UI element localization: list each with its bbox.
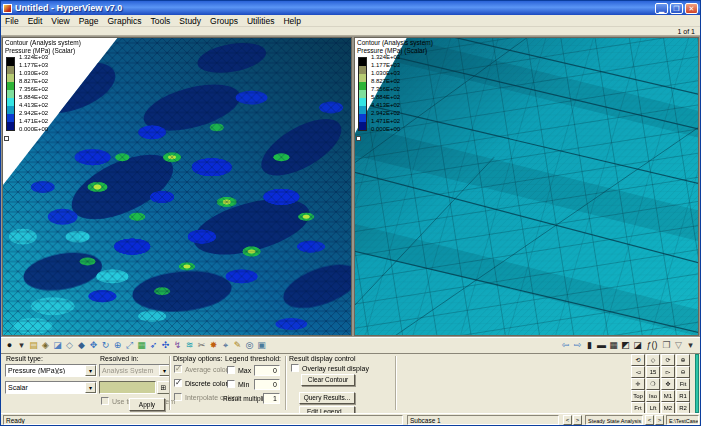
right-view-handle[interactable] [356, 136, 361, 141]
menu-utilities[interactable]: Utilities [247, 16, 274, 26]
vector-plot-icon[interactable]: ➶ [148, 339, 159, 352]
max-input[interactable]: 0 [254, 365, 280, 376]
chevron-down-icon[interactable]: ▾ [85, 365, 96, 376]
menu-study[interactable]: Study [179, 16, 201, 26]
zoom-out-button[interactable]: ⊖ [676, 366, 690, 378]
restore-button[interactable]: ❐ [670, 3, 683, 14]
pan-icon[interactable]: ✥ [88, 339, 99, 352]
next-page-icon[interactable]: ⇨ [572, 339, 583, 352]
capture-standard-icon[interactable]: ◈ [40, 339, 51, 352]
apply-button[interactable]: Apply [129, 398, 165, 411]
mask-icon[interactable]: ▽ [673, 339, 684, 352]
left-model-viewport[interactable]: Contour (Analysis system) Pressure (MPa)… [2, 37, 352, 336]
checkbox-box[interactable] [174, 365, 182, 373]
entity-collector-field[interactable] [99, 381, 156, 394]
overlay-result-checkbox[interactable]: Overlay result display [291, 364, 369, 372]
panel-scroll-strip[interactable] [695, 354, 699, 413]
report-template-icon[interactable]: ❐ [661, 339, 672, 352]
chevron-down-icon[interactable]: ▾ [85, 382, 96, 393]
resolved-in-dropdown[interactable]: Analysis System ▾ [99, 364, 171, 377]
checkbox-box[interactable] [101, 397, 109, 405]
contour-icon[interactable]: ▦ [136, 339, 147, 352]
view-r1-button[interactable]: R1 [676, 390, 690, 402]
shaded-view-icon[interactable]: ◪ [52, 339, 63, 352]
wireframe-view-icon[interactable]: ◇ [64, 339, 75, 352]
minimize-button[interactable]: ▁ [655, 3, 668, 14]
max-checkbox[interactable]: Max [227, 366, 251, 374]
expression-builder-icon[interactable]: ƒ() [644, 339, 660, 352]
zoom-in-button[interactable]: ⊕ [676, 354, 690, 366]
query-results-button[interactable]: Query Results... [299, 392, 355, 404]
menu-file[interactable]: File [5, 16, 19, 26]
view-iso-button[interactable]: Iso [646, 390, 660, 402]
zoom-icon[interactable]: ⊕ [112, 339, 123, 352]
left-view-handle[interactable] [4, 136, 9, 141]
menu-edit[interactable]: Edit [28, 16, 43, 26]
right-model-viewport[interactable]: Contour (Analysis system) Pressure (MPa)… [354, 37, 699, 336]
checkbox-box[interactable] [227, 380, 235, 388]
animation-controls-icon[interactable]: ▦ [608, 339, 619, 352]
result-multiplier-input[interactable]: 1 [263, 393, 280, 404]
tensor-plot-icon[interactable]: ✣ [160, 339, 171, 352]
rotate-right-button[interactable]: ⟳ [661, 354, 675, 366]
animation-frame-icon[interactable]: ▬ [596, 339, 607, 352]
menu-page[interactable]: Page [79, 16, 99, 26]
rotate-cw-button[interactable]: ▻ [661, 366, 675, 378]
next-subcase-button[interactable]: > [573, 415, 582, 425]
pan-mode-button[interactable]: ✛ [631, 378, 645, 390]
toolbar-overflow-dropdown[interactable]: ▾ [685, 339, 696, 352]
checkbox-box[interactable] [174, 379, 182, 387]
title-bar[interactable]: Untitled - HyperView v7.0 ▁ ❐ ✕ [1, 1, 700, 15]
deformed-shape-icon[interactable]: ↯ [172, 339, 183, 352]
spin-button[interactable]: ✥ [661, 378, 675, 390]
animation-start-icon[interactable]: ▮ [584, 339, 595, 352]
close-button[interactable]: ✕ [685, 3, 698, 14]
rotate-ccw-button[interactable]: ◅ [631, 366, 645, 378]
prev-subcase-button[interactable]: < [563, 415, 572, 425]
video-capture-icon[interactable]: ◪ [632, 339, 643, 352]
checkbox-box[interactable] [174, 393, 182, 401]
section-cut-icon[interactable]: ✂ [196, 339, 207, 352]
status-message: Ready [3, 415, 403, 425]
menu-groups[interactable]: Groups [210, 16, 238, 26]
result-type-dropdown[interactable]: Pressure (MPa)(s) ▾ [5, 364, 97, 377]
measure-icon[interactable]: ⌖ [220, 339, 231, 352]
rotate-angle-button[interactable]: 15 [646, 366, 660, 378]
average-color-checkbox[interactable]: Average color [174, 365, 228, 373]
center-view-button[interactable]: ❍ [646, 378, 660, 390]
fit-button[interactable]: Fit [676, 378, 690, 390]
subcase-selector[interactable]: Subcase 1 [407, 415, 559, 425]
hidden-line-icon[interactable]: ◆ [76, 339, 87, 352]
next-analysis-button[interactable]: > [655, 415, 664, 425]
menu-graphics[interactable]: Graphics [108, 16, 142, 26]
clear-contour-button[interactable]: Clear Contour [301, 374, 355, 386]
min-input[interactable]: 0 [254, 379, 280, 390]
view-top-button[interactable]: Top [631, 390, 645, 402]
view-cube-button[interactable]: ◇ [646, 354, 660, 366]
exploded-view-icon[interactable]: ✸ [208, 339, 219, 352]
pointer-mode-dropdown[interactable]: ▾ [16, 339, 27, 352]
rotate-icon[interactable]: ↻ [100, 339, 111, 352]
note-icon[interactable]: ✎ [232, 339, 243, 352]
iso-surface-icon[interactable]: ≋ [184, 339, 195, 352]
analysis-type[interactable]: Steady State Analysis [585, 415, 643, 425]
rotate-left-button[interactable]: ⟲ [631, 354, 645, 366]
checkbox-box[interactable] [291, 364, 299, 372]
min-checkbox[interactable]: Min [227, 380, 249, 388]
menu-tools[interactable]: Tools [151, 16, 171, 26]
result-file-path[interactable]: E:\TestCases\Aliosdir [666, 415, 699, 425]
menu-view[interactable]: View [51, 16, 69, 26]
tracking-icon[interactable]: ◎ [244, 339, 255, 352]
checkbox-box[interactable] [227, 366, 235, 374]
discrete-color-checkbox[interactable]: Discrete color [174, 379, 228, 387]
fit-view-icon[interactable]: ⤢ [124, 339, 135, 352]
image-plane-icon[interactable]: ▣ [256, 339, 267, 352]
menu-help[interactable]: Help [283, 16, 300, 26]
page-layout-icon[interactable]: ▤ [28, 339, 39, 352]
view-m1-button[interactable]: M1 [661, 390, 675, 402]
prev-page-icon[interactable]: ⇦ [560, 339, 571, 352]
screen-capture-icon[interactable]: ◩ [620, 339, 631, 352]
prev-analysis-button[interactable]: < [645, 415, 654, 425]
result-subtype-dropdown[interactable]: Scalar ▾ [5, 381, 97, 394]
pointer-mode-icon[interactable]: ● [4, 339, 15, 352]
